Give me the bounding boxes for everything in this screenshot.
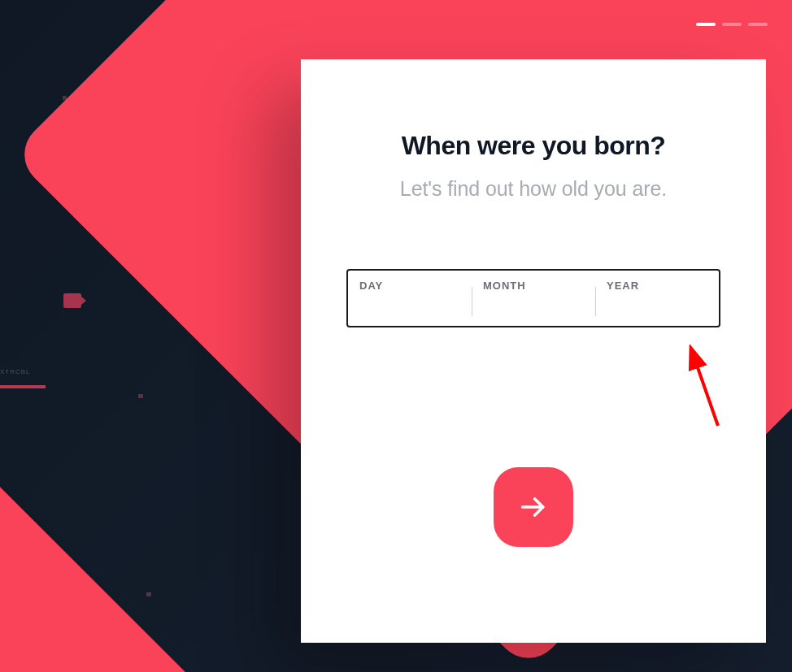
card-subtitle: Let's find out how old you are. bbox=[346, 177, 720, 201]
decorative-dot bbox=[146, 592, 151, 596]
month-label: MONTH bbox=[483, 280, 526, 292]
progress-indicator bbox=[696, 23, 768, 26]
progress-step bbox=[696, 23, 716, 26]
decorative-text: XTRCBL bbox=[0, 368, 49, 378]
decorative-dot bbox=[138, 394, 143, 398]
card-title: When were you born? bbox=[346, 131, 720, 161]
decorative-underline bbox=[0, 385, 46, 388]
form-card: When were you born? Let's find out how o… bbox=[301, 59, 766, 643]
month-field[interactable]: MONTH bbox=[472, 271, 595, 326]
dob-input-group: DAY MONTH YEAR bbox=[346, 269, 720, 327]
arrow-right-icon bbox=[517, 491, 550, 523]
decorative-tag bbox=[63, 293, 81, 308]
year-label: YEAR bbox=[607, 280, 639, 292]
year-field[interactable]: YEAR bbox=[595, 271, 719, 326]
progress-step bbox=[722, 23, 742, 26]
next-button[interactable] bbox=[494, 467, 573, 547]
day-label: DAY bbox=[359, 280, 383, 292]
progress-step bbox=[748, 23, 768, 26]
day-field[interactable]: DAY bbox=[348, 271, 472, 326]
